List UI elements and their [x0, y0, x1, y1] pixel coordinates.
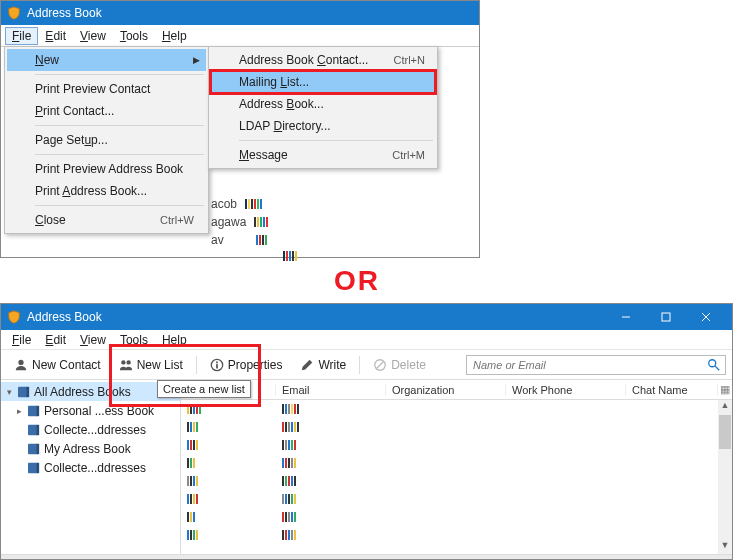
- file-menu-print-preview-contact[interactable]: Print Preview Contact: [7, 78, 206, 100]
- menu-view[interactable]: View: [73, 27, 113, 45]
- window-title: Address Book: [27, 310, 102, 324]
- menu-help[interactable]: Help: [155, 27, 194, 45]
- address-book-window-2: Address Book File Edit View Tools Help N…: [0, 303, 733, 560]
- search-input[interactable]: [471, 357, 707, 373]
- new-message[interactable]: Message Ctrl+M: [211, 144, 435, 166]
- table-row[interactable]: [181, 436, 732, 454]
- write-button[interactable]: Write: [293, 354, 353, 376]
- new-list-button[interactable]: New List: [112, 354, 190, 376]
- menu-separator: [239, 140, 433, 141]
- person-icon: [14, 358, 28, 372]
- svg-line-11: [377, 361, 384, 368]
- table-row[interactable]: [181, 508, 732, 526]
- column-headers: Name Email Organization Work Phone Chat …: [181, 380, 732, 400]
- table-row[interactable]: [181, 418, 732, 436]
- close-button[interactable]: [686, 304, 726, 330]
- obscured-row-2: agawa: [211, 215, 268, 229]
- col-email[interactable]: Email: [276, 384, 386, 396]
- column-picker-icon[interactable]: ▦: [718, 383, 732, 396]
- maximize-button[interactable]: [646, 304, 686, 330]
- tree-personal-ab[interactable]: ▸ Personal ...ess Book: [1, 401, 180, 420]
- new-address-book-contact[interactable]: Address Book Contact... Ctrl+N: [211, 49, 435, 71]
- toolbar-separator: [359, 356, 360, 374]
- file-menu-close[interactable]: Close Ctrl+W: [7, 209, 206, 231]
- expand-icon[interactable]: ▸: [15, 406, 24, 416]
- svg-point-12: [709, 359, 716, 366]
- table-row[interactable]: [181, 526, 732, 544]
- statusbar: [1, 554, 732, 559]
- scroll-down-icon[interactable]: ▼: [718, 540, 732, 554]
- svg-rect-19: [37, 424, 40, 434]
- file-menu-print-contact[interactable]: Print Contact...: [7, 100, 206, 122]
- menu-edit[interactable]: Edit: [38, 27, 73, 45]
- file-menu-dropdown: New ▶ Print Preview Contact Print Contac…: [4, 46, 209, 234]
- table-row[interactable]: [181, 454, 732, 472]
- svg-rect-15: [27, 386, 30, 396]
- svg-rect-9: [216, 361, 218, 363]
- file-menu-new[interactable]: New ▶: [7, 49, 206, 71]
- book-icon: [17, 386, 31, 398]
- tree-my-ab[interactable]: My Adress Book: [1, 439, 180, 458]
- book-icon: [27, 462, 41, 474]
- menu-help[interactable]: Help: [155, 332, 194, 348]
- scroll-thumb[interactable]: [719, 415, 731, 449]
- tree-all-address-books[interactable]: ▾ All Address Books: [1, 382, 180, 401]
- new-submenu: Address Book Contact... Ctrl+N Mailing L…: [208, 46, 438, 169]
- or-divider-label: OR: [334, 265, 380, 297]
- submenu-arrow-icon: ▶: [193, 55, 200, 65]
- new-contact-button[interactable]: New Contact: [7, 354, 108, 376]
- new-ldap-directory[interactable]: LDAP Directory...: [211, 115, 435, 137]
- search-icon: [707, 358, 721, 372]
- file-menu-print-ab[interactable]: Print Address Book...: [7, 180, 206, 202]
- people-icon: [119, 358, 133, 372]
- new-mailing-list[interactable]: Mailing List...: [211, 71, 435, 93]
- file-menu-print-preview-ab[interactable]: Print Preview Address Book: [7, 158, 206, 180]
- col-chatname[interactable]: Chat Name: [626, 384, 718, 396]
- expand-icon[interactable]: ▾: [5, 387, 14, 397]
- menu-file-rest: ile: [19, 29, 31, 43]
- menu-tools[interactable]: Tools: [113, 27, 155, 45]
- book-icon: [27, 424, 41, 436]
- contact-list-pane: Name Email Organization Work Phone Chat …: [181, 380, 732, 554]
- table-row[interactable]: [181, 400, 732, 418]
- menu-file[interactable]: File: [5, 27, 38, 45]
- col-workphone[interactable]: Work Phone: [506, 384, 626, 396]
- svg-rect-8: [216, 364, 218, 368]
- menu-view[interactable]: View: [73, 332, 113, 348]
- minimize-button[interactable]: [606, 304, 646, 330]
- properties-button[interactable]: Properties: [203, 354, 290, 376]
- vertical-scrollbar[interactable]: ▲ ▼: [718, 400, 732, 554]
- menu-separator: [35, 205, 204, 206]
- menu-file[interactable]: File: [5, 332, 38, 348]
- titlebar[interactable]: Address Book: [1, 304, 732, 330]
- search-box[interactable]: [466, 355, 726, 375]
- contact-rows: ▲ ▼: [181, 400, 732, 554]
- titlebar[interactable]: Address Book: [1, 1, 479, 25]
- table-row[interactable]: [181, 472, 732, 490]
- svg-line-13: [715, 365, 719, 369]
- scroll-up-icon[interactable]: ▲: [718, 400, 732, 414]
- delete-icon: [373, 358, 387, 372]
- menu-edit[interactable]: Edit: [38, 332, 73, 348]
- menu-tools[interactable]: Tools: [113, 332, 155, 348]
- window-title: Address Book: [27, 6, 102, 20]
- tree-collected-1[interactable]: Collecte...ddresses: [1, 420, 180, 439]
- file-menu-page-setup[interactable]: Page Setup...: [7, 129, 206, 151]
- app-icon: [7, 6, 21, 20]
- svg-point-4: [18, 359, 23, 364]
- col-organization[interactable]: Organization: [386, 384, 506, 396]
- table-row[interactable]: [181, 490, 732, 508]
- menu-separator: [35, 125, 204, 126]
- svg-rect-17: [37, 405, 40, 415]
- svg-rect-21: [37, 443, 40, 453]
- window2-body: ▾ All Address Books ▸ Personal ...ess Bo…: [1, 380, 732, 554]
- obscured-row-1: acob: [211, 197, 262, 211]
- menubar: File Edit View Tools Help: [1, 25, 479, 47]
- svg-point-6: [126, 360, 130, 364]
- tree-collected-2[interactable]: Collecte...ddresses: [1, 458, 180, 477]
- obscured-row-3: av: [211, 233, 267, 247]
- new-address-book[interactable]: Address Book...: [211, 93, 435, 115]
- new-list-tooltip: Create a new list: [157, 380, 251, 398]
- delete-button[interactable]: Delete: [366, 354, 433, 376]
- toolbar: New Contact New List Properties Write De…: [1, 350, 732, 380]
